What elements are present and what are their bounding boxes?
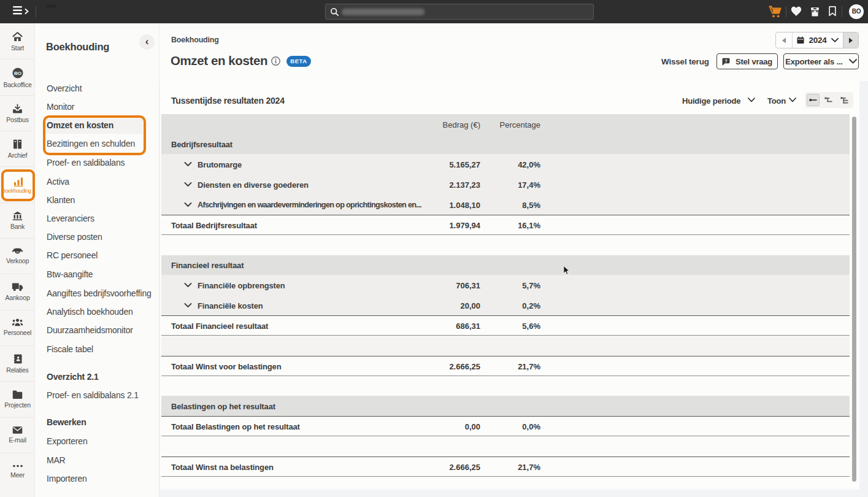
svg-text:BO: BO <box>13 71 21 76</box>
svg-text:?: ? <box>724 58 728 63</box>
